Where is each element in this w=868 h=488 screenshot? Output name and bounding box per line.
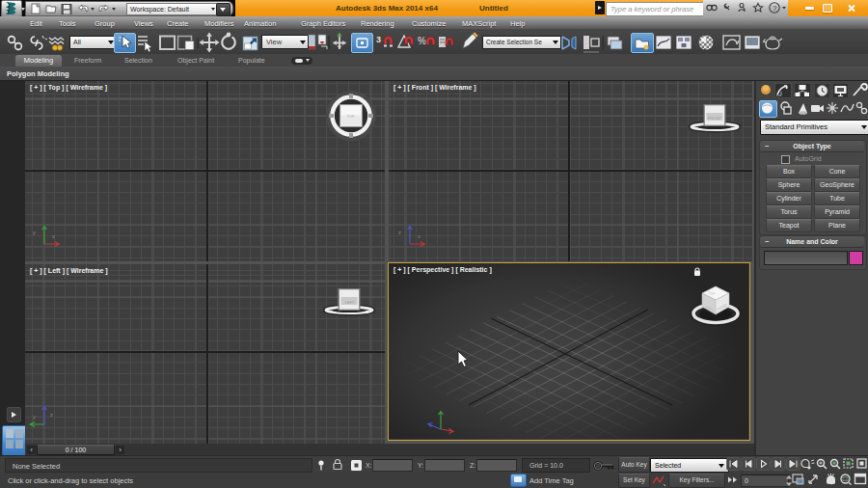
svg-text:y: y xyxy=(33,230,36,235)
svg-text:z: z xyxy=(398,230,401,235)
svg-text:%: % xyxy=(418,36,426,46)
svg-text:y: y xyxy=(33,414,36,420)
svg-text:x: x xyxy=(418,233,420,239)
svg-text:LEFT: LEFT xyxy=(345,300,355,305)
svg-text:z: z xyxy=(50,412,53,418)
svg-text:x: x xyxy=(52,233,55,239)
svg-text:TOP: TOP xyxy=(347,114,355,119)
svg-text:?: ? xyxy=(773,4,777,13)
svg-text:FRONT: FRONT xyxy=(708,116,721,121)
svg-text:3: 3 xyxy=(376,35,381,44)
